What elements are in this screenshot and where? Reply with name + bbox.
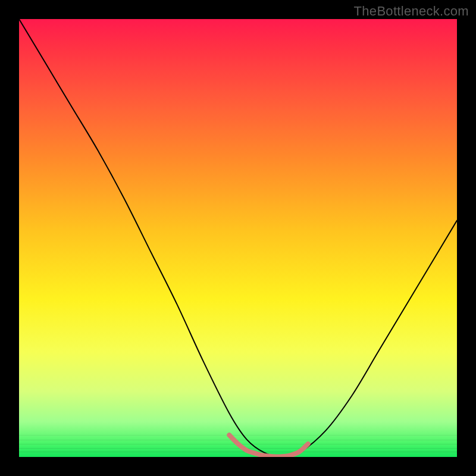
chart-frame: TheBottleneck.com (0, 0, 476, 476)
watermark-text: TheBottleneck.com (354, 4, 469, 19)
optimal-band-curve (229, 435, 308, 456)
curve-svg (19, 19, 457, 457)
plot-area (19, 19, 457, 457)
bottleneck-curve (19, 19, 457, 457)
